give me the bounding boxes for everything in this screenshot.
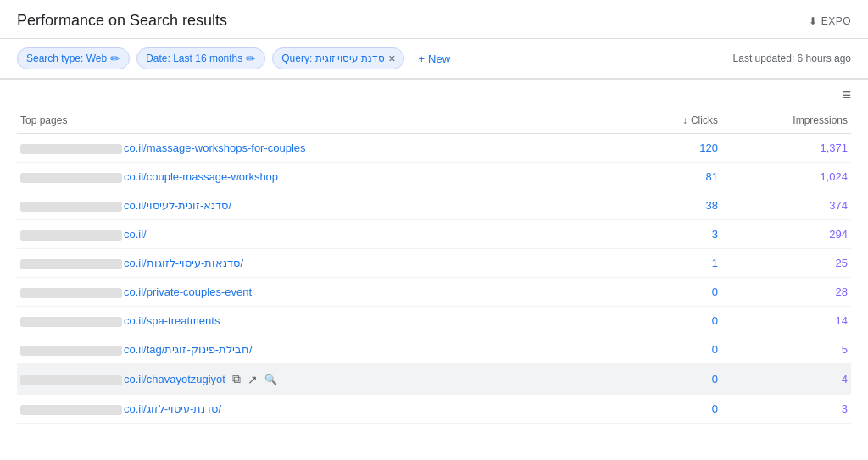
col-header-impressions[interactable]: Impressions — [721, 108, 851, 134]
external-link-icon[interactable]: ↗ — [248, 373, 258, 386]
page-url[interactable]: co.il/ — [124, 228, 147, 241]
export-button[interactable]: ⬇ EXPO — [809, 15, 851, 27]
table-row[interactable]: co.il/chavayotzugiyot⧉↗🔍04 — [17, 364, 851, 395]
impressions-cell: 5 — [721, 335, 851, 364]
filter-chip-date-label: Date: Last 16 months — [146, 53, 242, 64]
new-filter-button[interactable]: + New — [411, 49, 457, 69]
blurred-domain — [20, 259, 122, 269]
filter-chip-query-label: Query: סדנת עיסוי זוגית — [281, 53, 385, 64]
page-cell[interactable]: co.il/spa-treatments — [17, 307, 632, 335]
page-cell[interactable]: co.il/סדנת-עיסוי-לזוג/ — [17, 395, 632, 424]
page-cell[interactable]: co.il/סדנאות-עיסוי-לזוגות/ — [17, 249, 632, 278]
table-row[interactable]: co.il/couple-massage-workshop811,024 — [17, 163, 851, 191]
clicks-cell: 0 — [632, 307, 721, 335]
filter-chip-query[interactable]: Query: סדנת עיסוי זוגית × — [272, 47, 404, 69]
page-url[interactable]: co.il/chavayotzugiyot — [124, 373, 225, 385]
table-row[interactable]: co.il/tag/חבילת-פינוק-זוגית/05 — [17, 335, 851, 364]
plus-icon: + — [418, 53, 425, 65]
impressions-cell: 294 — [721, 220, 851, 249]
table-area: ≡ Top pages ↓ Clicks Impressions co — [0, 80, 868, 424]
impressions-cell: 1,371 — [721, 134, 851, 163]
page-url[interactable]: co.il/סדנת-עיסוי-לזוג/ — [124, 402, 221, 415]
page-url[interactable]: co.il/tag/חבילת-פינוק-זוגית/ — [124, 343, 253, 356]
new-button-label: New — [428, 53, 450, 65]
table-header-row: Top pages ↓ Clicks Impressions — [17, 108, 851, 134]
filter-chip-search-type-label: Search type: Web — [26, 53, 107, 64]
clicks-cell: 0 — [632, 278, 721, 307]
export-icon: ⬇ — [809, 15, 818, 27]
page-cell[interactable]: co.il/private-couples-event — [17, 278, 632, 307]
blurred-domain — [20, 317, 122, 327]
impressions-cell: 25 — [721, 249, 851, 278]
page-title: Performance on Search results — [17, 12, 227, 30]
page-cell[interactable]: co.il/ — [17, 220, 632, 249]
clicks-cell: 120 — [632, 134, 721, 163]
page-cell[interactable]: co.il/couple-massage-workshop — [17, 163, 632, 191]
table-row[interactable]: co.il/massage-workshops-for-couples1201,… — [17, 134, 851, 163]
page-cell[interactable]: co.il/tag/חבילת-פינוק-זוגית/ — [17, 335, 632, 364]
row-action-icons: ⧉↗🔍 — [232, 372, 277, 386]
impressions-cell: 28 — [721, 278, 851, 307]
page-header: Performance on Search results ⬇ EXPO — [0, 0, 868, 39]
clicks-cell: 0 — [632, 335, 721, 364]
search-icon[interactable]: 🔍 — [264, 374, 277, 385]
copy-icon[interactable]: ⧉ — [232, 372, 241, 386]
sort-down-icon: ↓ — [682, 114, 687, 126]
table-row[interactable]: co.il/spa-treatments014 — [17, 307, 851, 335]
table-row[interactable]: co.il/סדנאות-עיסוי-לזוגות/125 — [17, 249, 851, 278]
clicks-cell: 0 — [632, 395, 721, 424]
clicks-cell: 81 — [632, 163, 721, 191]
blurred-domain — [20, 346, 122, 356]
blurred-domain — [20, 288, 122, 298]
impressions-cell: 3 — [721, 395, 851, 424]
table-row[interactable]: co.il/סדנת-עיסוי-לזוג/03 — [17, 395, 851, 424]
clicks-cell: 38 — [632, 191, 721, 220]
page-url[interactable]: co.il/massage-workshops-for-couples — [124, 141, 306, 154]
edit-icon[interactable]: ✏ — [110, 52, 120, 65]
blurred-domain — [20, 202, 122, 212]
blurred-domain — [20, 144, 122, 154]
close-icon-query[interactable]: × — [388, 52, 395, 65]
table-row[interactable]: co.il/private-couples-event028 — [17, 278, 851, 307]
clicks-cell: 3 — [632, 220, 721, 249]
page-cell[interactable]: co.il/chavayotzugiyot⧉↗🔍 — [17, 364, 632, 395]
table-row[interactable]: co.il/סדנא-זוגית-לעיסוי/38374 — [17, 191, 851, 220]
filter-rows-icon: ≡ — [842, 86, 851, 103]
blurred-domain — [20, 230, 122, 241]
table-row[interactable]: co.il/3294 — [17, 220, 851, 249]
col-header-clicks[interactable]: ↓ Clicks — [632, 108, 721, 134]
clicks-cell: 1 — [632, 249, 721, 278]
filters-left: Search type: Web ✏ Date: Last 16 months … — [17, 47, 457, 69]
results-table: Top pages ↓ Clicks Impressions co.il/mas… — [17, 108, 851, 424]
impressions-cell: 14 — [721, 307, 851, 335]
filters-bar: Search type: Web ✏ Date: Last 16 months … — [0, 39, 868, 80]
blurred-domain — [20, 375, 122, 385]
filter-rows-button[interactable]: ≡ — [842, 86, 851, 104]
page-cell[interactable]: co.il/massage-workshops-for-couples — [17, 134, 632, 163]
impressions-cell: 374 — [721, 191, 851, 220]
last-updated-text: Last updated: 6 hours ago — [733, 53, 851, 64]
filter-chip-date[interactable]: Date: Last 16 months ✏ — [136, 47, 265, 69]
page-url[interactable]: co.il/סדנא-זוגית-לעיסוי/ — [124, 199, 231, 212]
col-header-pages: Top pages — [17, 108, 632, 134]
edit-icon-date[interactable]: ✏ — [246, 52, 256, 65]
clicks-cell: 0 — [632, 364, 721, 395]
page-url[interactable]: co.il/סדנאות-עיסוי-לזוגות/ — [124, 257, 243, 269]
blurred-domain — [20, 405, 122, 415]
impressions-cell: 4 — [721, 364, 851, 395]
blurred-domain — [20, 173, 122, 183]
filter-chip-search-type[interactable]: Search type: Web ✏ — [17, 47, 130, 69]
table-controls: ≡ — [17, 80, 851, 108]
page-url[interactable]: co.il/spa-treatments — [124, 314, 220, 327]
impressions-cell: 1,024 — [721, 163, 851, 191]
page-url[interactable]: co.il/private-couples-event — [124, 285, 252, 298]
page-cell[interactable]: co.il/סדנא-זוגית-לעיסוי/ — [17, 191, 632, 220]
page-url[interactable]: co.il/couple-massage-workshop — [124, 170, 278, 183]
